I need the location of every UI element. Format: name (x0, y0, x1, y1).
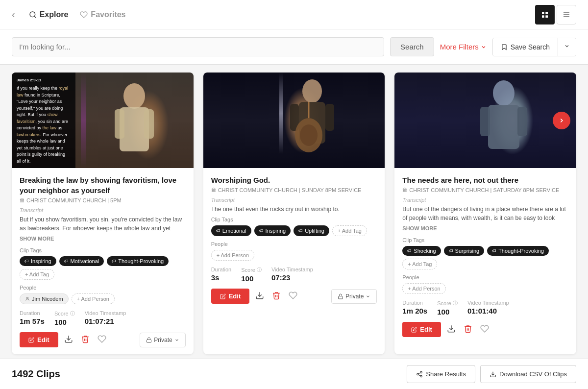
edit-button[interactable]: Edit (20, 332, 58, 347)
add-tag-button[interactable]: + Add Tag (332, 225, 367, 236)
score-value: 100 (241, 274, 262, 283)
show-more-button[interactable]: SHOW MORE (402, 225, 568, 231)
svg-rect-5 (545, 15, 548, 18)
delete-button[interactable] (79, 333, 92, 347)
svg-rect-3 (545, 12, 548, 14)
bottom-bar: 1492 Clips Share Results Download CSV Of… (0, 359, 588, 389)
score-item: Score ⓘ 100 (54, 310, 75, 326)
nav-favorites[interactable]: Favorites (80, 6, 125, 23)
duration-label: Duration (402, 300, 427, 306)
score-value: 100 (437, 308, 458, 316)
private-button[interactable]: Private (331, 289, 377, 304)
add-tag-button[interactable]: + Add Tag (20, 269, 54, 280)
add-person-button[interactable]: + Add Person (72, 293, 115, 304)
more-filters-button[interactable]: More Filters (440, 43, 487, 51)
tag-surprising[interactable]: 🏷Surprising (444, 246, 485, 256)
download-icon (447, 324, 456, 333)
tag-inspiring[interactable]: 🏷Inspiring (254, 225, 291, 236)
duration-value: 1m 57s (20, 317, 45, 325)
download-button[interactable] (445, 322, 458, 337)
card-body: Worshiping God. 🏛 CHRIST COMMUNITY CHURC… (203, 168, 385, 311)
duration-label: Duration (211, 267, 232, 272)
search-button[interactable]: Search (390, 37, 434, 56)
people-row: + Add Person (402, 283, 568, 294)
add-person-button[interactable]: + Add Person (402, 283, 445, 294)
card-church: 🏛 CHRIST COMMUNITY CHURCH | 5PM (20, 197, 186, 203)
delete-button[interactable] (270, 289, 283, 304)
favorite-button[interactable] (287, 289, 299, 304)
guitarist-silhouette (280, 76, 344, 165)
svg-line-33 (418, 374, 420, 375)
score-info-icon[interactable]: ⓘ (257, 267, 262, 273)
favorite-button[interactable] (96, 333, 108, 347)
transcript-label: Transcript (20, 207, 186, 213)
card-title: Worshiping God. (211, 175, 377, 185)
grid-icon (541, 11, 549, 19)
tag-thought-provoking-2[interactable]: 🏷Thought-Provoking (487, 246, 549, 256)
download-button[interactable] (62, 333, 75, 347)
delete-button[interactable] (462, 322, 474, 337)
tags-row: 🏷Emotional 🏷Inspiring 🏷Uplifting + Add T… (211, 225, 377, 236)
edit-button[interactable]: Edit (211, 289, 250, 304)
search-input[interactable] (12, 37, 384, 56)
tag-thought-provoking[interactable]: 🏷Thought-Provoking (107, 256, 169, 266)
tag-uplifting[interactable]: 🏷Uplifting (294, 225, 329, 236)
timestamp-label: Video Timestamp (85, 310, 126, 316)
svg-point-0 (30, 12, 35, 17)
download-csv-button[interactable]: Download CSV Of Clips (480, 365, 576, 383)
card-thumbnail (394, 73, 576, 168)
timestamp-value: 07:23 (271, 273, 313, 282)
grid-view-button[interactable] (535, 5, 555, 24)
save-search-button[interactable]: Save Search (493, 38, 558, 56)
svg-rect-4 (542, 15, 544, 18)
score-value: 100 (54, 318, 75, 326)
card-title: The needs are here, not out there (402, 175, 568, 185)
save-search-dropdown-button[interactable] (558, 38, 576, 56)
search-icon (29, 11, 37, 19)
person-tag[interactable]: Jim Nicodem (20, 293, 69, 304)
edit-button[interactable]: Edit (402, 322, 441, 337)
tag-shocking[interactable]: 🏷Shocking (402, 246, 441, 256)
view-toggle (535, 5, 576, 24)
nav-explore[interactable]: Explore (29, 6, 69, 23)
chevron-down-icon-4 (366, 294, 370, 299)
score-item: Score ⓘ 100 (241, 267, 262, 283)
clip-card: Worshiping God. 🏛 CHRIST COMMUNITY CHURC… (203, 73, 385, 354)
light-effect (81, 73, 86, 168)
svg-rect-19 (325, 104, 334, 131)
card-thumbnail: James 2:9-11 If you really keep the roya… (12, 73, 194, 168)
tag-motivational[interactable]: 🏷Motivational (59, 256, 104, 266)
transcript-text: The one that even the rocks cry out in w… (211, 205, 377, 214)
card-church: 🏛 CHRIST COMMUNITY CHURCH | SUNDAY 8PM S… (211, 187, 377, 193)
svg-rect-2 (542, 12, 544, 14)
church-icon: 🏛 (20, 198, 24, 203)
duration-item: Duration 3s (211, 267, 232, 282)
score-info-icon[interactable]: ⓘ (70, 310, 75, 317)
add-person-button[interactable]: + Add Person (211, 250, 254, 261)
favorite-button[interactable] (478, 322, 491, 337)
svg-rect-24 (338, 296, 343, 299)
share-icon (416, 371, 423, 378)
duration-value: 1m 20s (402, 307, 427, 315)
next-button[interactable] (553, 112, 570, 129)
download-button[interactable] (253, 289, 266, 304)
actions-row: Edit (402, 322, 568, 337)
search-bar: Search More Filters Save Search (0, 29, 588, 65)
show-more-button[interactable]: SHOW MORE (20, 236, 186, 242)
chevron-down-icon-3 (174, 338, 179, 342)
private-button[interactable]: Private (140, 333, 185, 347)
speaker-silhouette (107, 79, 161, 162)
score-info-icon[interactable]: ⓘ (453, 300, 458, 307)
scripture-text: If you really keep the royal law found i… (17, 85, 71, 165)
timestamp-value: 01:01:40 (467, 307, 509, 315)
tag-emotional[interactable]: 🏷Emotional (211, 225, 251, 236)
add-tag-button[interactable]: + Add Tag (402, 259, 437, 269)
timestamp-label: Video Timestamp (271, 267, 313, 272)
list-icon (563, 11, 570, 19)
score-item: Score ⓘ 100 (437, 300, 458, 316)
list-view-button[interactable] (557, 5, 576, 24)
meta-row: Duration 1m 57s Score ⓘ 100 Video Timest… (20, 310, 186, 326)
share-results-button[interactable]: Share Results (407, 365, 475, 383)
back-icon[interactable]: ‹ (12, 9, 15, 20)
tag-inspiring[interactable]: 🏷Inspiring (20, 256, 56, 266)
